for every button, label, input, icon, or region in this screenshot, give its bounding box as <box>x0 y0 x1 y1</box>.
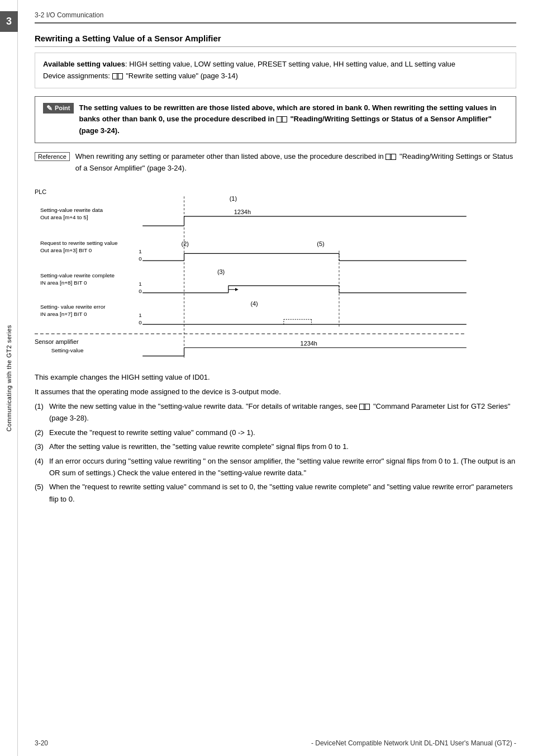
timing-diagram: PLC Setting-value rewrite data Out area … <box>35 183 516 362</box>
point-ref-sq2 <box>281 116 287 122</box>
row2-zero1: 0 <box>139 256 142 262</box>
list-item-1: (1) Write the new setting value in the "… <box>35 400 516 424</box>
ref-square-2 <box>117 73 123 79</box>
row4-label1: Setting- value rewrite error <box>40 304 106 310</box>
row3-zero: 0 <box>139 287 142 294</box>
body-line-1: This example changes the HIGH setting va… <box>35 371 516 384</box>
page-header: 3-2 I/O Communication <box>35 11 516 23</box>
num4-label: (4) <box>250 300 258 307</box>
info-box: Available setting values: HIGH setting v… <box>35 53 516 88</box>
point-text: The setting values to be rewritten are t… <box>79 102 508 137</box>
point-label: Point <box>55 105 70 111</box>
main-content: 3-2 I/O Communication Rewriting a Settin… <box>18 0 533 756</box>
list-item-2-number: (2) <box>35 427 47 438</box>
list-item-2-text: Execute the "request to rewrite setting … <box>49 427 516 438</box>
list-item-2: (2) Execute the "request to rewrite sett… <box>35 427 516 438</box>
chapter-number: 3 <box>0 11 18 32</box>
plc-label: PLC <box>35 188 46 195</box>
point-icon: ✎ <box>46 104 53 112</box>
row3-one: 1 <box>139 280 142 286</box>
num2-label: (2) <box>182 240 189 247</box>
list-item-4: (4) If an error occurs during "setting v… <box>35 455 516 479</box>
list-item-5: (5) When the "request to rewrite setting… <box>35 481 516 505</box>
row4-label2: IN area [n+7] BIT 0 <box>40 311 87 317</box>
row3-label1: Setting-value rewrite complete <box>40 272 115 278</box>
device-assignments-text: Device assignments: <box>43 72 110 80</box>
list-item-3-text: After the setting value is rewritten, th… <box>49 441 516 452</box>
setting-val-label: Setting-value <box>51 347 84 353</box>
val-1234h-top: 1234h <box>234 209 251 215</box>
point-box: ✎ Point The setting values to be rewritt… <box>35 96 516 143</box>
page-footer: 3-20 - DeviceNet Compatible Network Unit… <box>35 739 516 747</box>
list-item-4-number: (4) <box>35 455 47 467</box>
num5-label: (5) <box>317 240 324 247</box>
reference-badge: Reference <box>35 152 70 161</box>
page-number: 3-20 <box>35 739 48 747</box>
row1-label2: Out area [m+4 to 5] <box>40 214 88 220</box>
point-badge: ✎ Point <box>43 103 74 114</box>
diagram-area: PLC Setting-value rewrite data Out area … <box>35 183 516 362</box>
sidebar: 3 Communicating with the GT2 series <box>0 0 18 756</box>
list1-sq2 <box>364 404 370 410</box>
list-item-4-text: If an error occurs during "setting value… <box>49 455 516 479</box>
row1-label1: Setting-value rewrite data <box>40 207 103 213</box>
page-container: 3 Communicating with the GT2 series 3-2 … <box>0 0 533 756</box>
reference-text: When rewriting any setting or parameter … <box>75 151 516 174</box>
row4-zero: 0 <box>139 319 142 325</box>
row2-one1: 1 <box>139 248 142 254</box>
available-values-text: : HIGH setting value, LOW setting value,… <box>125 60 455 68</box>
device-assignments-ref: "Rewrite setting value" (page 3-14) <box>126 72 238 80</box>
reference-container: Reference When rewriting any setting or … <box>35 151 516 174</box>
sensor-amp-label: Sensor amplifier <box>35 338 79 344</box>
list-item-5-number: (5) <box>35 481 47 493</box>
row2-label1: Request to rewrite setting value <box>40 240 118 246</box>
available-values-label: Available setting values <box>43 60 125 68</box>
sidebar-text: Communicating with the GT2 series <box>6 325 12 432</box>
list-item-3-number: (3) <box>35 441 47 452</box>
ref-sq2 <box>390 154 396 160</box>
num1-label: (1) <box>230 195 237 202</box>
val-1234h-bottom: 1234h <box>301 339 317 346</box>
num3-label: (3) <box>217 268 225 275</box>
row2-label2: Out area [m+3] BIT 0 <box>40 247 92 253</box>
list-item-3: (3) After the setting value is rewritten… <box>35 441 516 452</box>
row3-label2: IN area [n+8] BIT 0 <box>40 279 87 285</box>
list-item-5-text: When the "request to rewrite setting val… <box>49 481 516 505</box>
list-item-1-text: Write the new setting value in the "sett… <box>49 400 516 424</box>
body-line-2: It assumes that the operating mode assig… <box>35 386 516 398</box>
manual-title: - DeviceNet Compatible Network Unit DL-D… <box>311 739 516 747</box>
section-title: Rewriting a Setting Value of a Sensor Am… <box>35 34 516 47</box>
row4-one: 1 <box>139 312 142 318</box>
list-item-1-number: (1) <box>35 400 47 412</box>
